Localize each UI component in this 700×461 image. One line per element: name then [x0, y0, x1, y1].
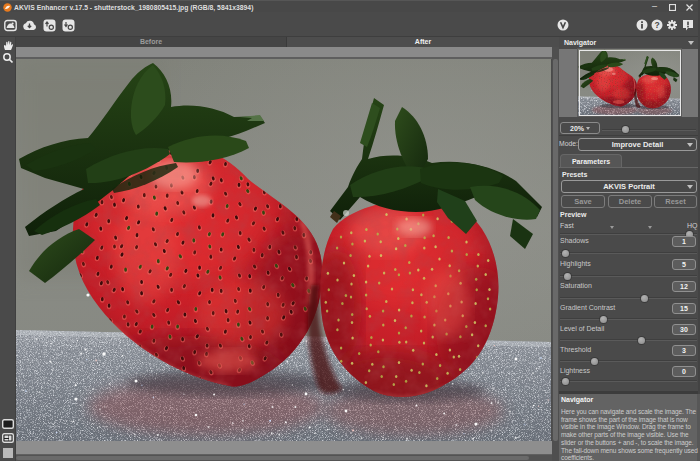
- svg-text:?: ?: [654, 20, 659, 30]
